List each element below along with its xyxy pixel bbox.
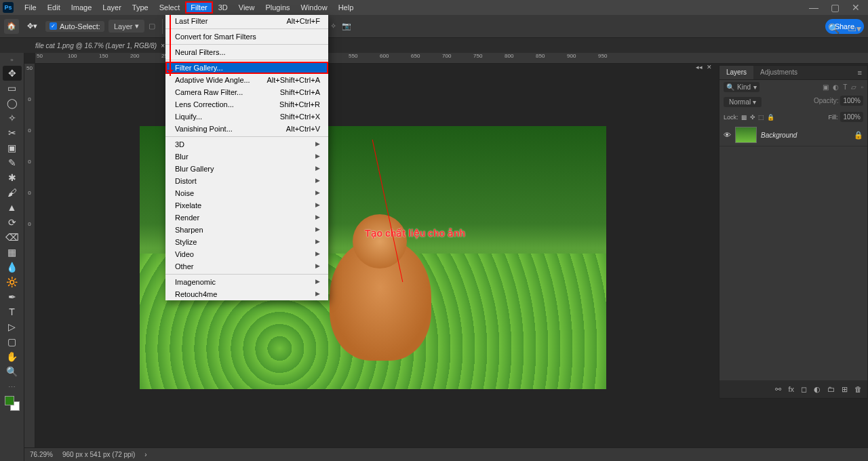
- menu-item-camera-raw-filter[interactable]: Camera Raw Filter...Shift+Ctrl+A: [165, 86, 328, 98]
- tool-rectangle[interactable]: ▢: [3, 334, 22, 349]
- menu-item-other[interactable]: Other▶: [165, 260, 328, 273]
- lock-all-icon[interactable]: 🔒: [767, 114, 774, 121]
- edit-toolbar-icon[interactable]: ⋯: [8, 383, 16, 392]
- tool-lasso[interactable]: ◯: [3, 96, 22, 111]
- panel-menu-icon[interactable]: ≡: [852, 66, 867, 79]
- lock-artboard-icon[interactable]: ⬚: [758, 114, 764, 121]
- 3d-scale-icon[interactable]: ✧: [330, 22, 336, 31]
- menu-help[interactable]: Help: [333, 1, 359, 14]
- filter-kind-dropdown[interactable]: Kind: [737, 83, 751, 91]
- menu-item-neural-filters[interactable]: Neural Filters...: [165, 46, 328, 58]
- lock-position-icon[interactable]: ✜: [750, 114, 755, 121]
- menu-item-sharpen[interactable]: Sharpen▶: [165, 224, 328, 236]
- menu-image[interactable]: Image: [66, 1, 98, 14]
- filter-type-icon[interactable]: T: [843, 83, 847, 91]
- menu-item-render[interactable]: Render▶: [165, 212, 328, 224]
- tool-hand[interactable]: ✋: [3, 349, 22, 364]
- autoselect-target-dropdown[interactable]: Layer▾: [108, 20, 145, 33]
- tool-history-brush[interactable]: ⟳: [3, 215, 22, 230]
- chevron-right-icon[interactable]: ›: [144, 451, 146, 458]
- tool-brush[interactable]: 🖌: [3, 185, 22, 200]
- delete-icon[interactable]: 🗑: [854, 385, 862, 393]
- menu-item-blur[interactable]: Blur▶: [165, 151, 328, 163]
- color-swatches[interactable]: [5, 396, 20, 411]
- home-icon[interactable]: 🏠: [4, 19, 19, 34]
- new-layer-icon[interactable]: ⊞: [842, 385, 848, 394]
- menu-select[interactable]: Select: [154, 1, 186, 14]
- layer-row[interactable]: 👁 Background 🔒: [719, 124, 867, 146]
- foreground-color-swatch[interactable]: [5, 396, 14, 405]
- 3d-camera-icon[interactable]: 📷: [342, 22, 351, 31]
- tool-eraser[interactable]: ⌫: [3, 230, 22, 245]
- opacity-value[interactable]: 100%: [840, 96, 863, 106]
- menu-item-stylize[interactable]: Stylize▶: [165, 236, 328, 248]
- tool-frame[interactable]: ▣: [3, 140, 22, 155]
- menu-edit[interactable]: Edit: [42, 1, 66, 14]
- menu-item-lens-correction[interactable]: Lens Correction...Shift+Ctrl+R: [165, 98, 328, 111]
- filter-pixel-icon[interactable]: ▣: [823, 83, 829, 91]
- adjustment-icon[interactable]: ◐: [814, 385, 821, 394]
- menu-view[interactable]: View: [233, 1, 260, 14]
- autoselect-checkbox[interactable]: ✓ Auto-Select:: [45, 21, 104, 32]
- tool-pen[interactable]: ✒: [3, 289, 22, 304]
- toolbar-expand-icon[interactable]: »: [10, 57, 13, 63]
- blend-mode-dropdown[interactable]: Normal ▾: [724, 97, 762, 107]
- tool-healing[interactable]: ✱: [3, 170, 22, 185]
- tool-crop[interactable]: ✂: [3, 125, 22, 140]
- zoom-level[interactable]: 76.29%: [30, 451, 53, 458]
- panel-close-icon[interactable]: ✕: [707, 64, 712, 71]
- window-maximize-icon[interactable]: ▢: [831, 2, 840, 13]
- layer-name[interactable]: Background: [761, 132, 850, 139]
- menu-item-filter-gallery[interactable]: Filter Gallery...: [165, 62, 328, 74]
- tool-blur[interactable]: 💧: [3, 260, 22, 275]
- menu-item-video[interactable]: Video▶: [165, 248, 328, 260]
- menu-window[interactable]: Window: [296, 1, 333, 14]
- tool-dodge[interactable]: 🔆: [3, 275, 22, 289]
- menu-item-convert-for-smart-filters[interactable]: Convert for Smart Filters: [165, 31, 328, 43]
- menu-item-imagenomic[interactable]: Imagenomic▶: [165, 276, 328, 288]
- panel-tab-adjustments[interactable]: Adjustments: [753, 66, 804, 79]
- panel-tab-layers[interactable]: Layers: [719, 66, 753, 79]
- search-icon[interactable]: 🔍: [828, 23, 840, 34]
- tool-artboard[interactable]: ▭: [3, 81, 22, 96]
- menu-item-distort[interactable]: Distort▶: [165, 175, 328, 187]
- tool-gradient[interactable]: ▦: [3, 245, 22, 260]
- window-close-icon[interactable]: ✕: [852, 2, 860, 13]
- filter-shape-icon[interactable]: ▱: [851, 83, 856, 91]
- menu-item-blur-gallery[interactable]: Blur Gallery▶: [165, 163, 328, 175]
- menu-3d[interactable]: 3D: [213, 1, 233, 14]
- tool-type[interactable]: T: [3, 304, 22, 319]
- menu-type[interactable]: Type: [127, 1, 154, 14]
- layer-thumbnail[interactable]: [735, 127, 757, 143]
- mask-icon[interactable]: ◻: [801, 385, 807, 394]
- visibility-icon[interactable]: 👁: [724, 131, 731, 139]
- menu-item-adaptive-wide-angle[interactable]: Adaptive Wide Angle...Alt+Shift+Ctrl+A: [165, 74, 328, 86]
- filter-smart-icon[interactable]: ▫: [861, 83, 863, 91]
- menu-filter[interactable]: Filter: [185, 1, 212, 14]
- menu-item-retouch4me[interactable]: Retouch4me▶: [165, 288, 328, 300]
- tool-clone[interactable]: ▲: [3, 200, 22, 215]
- tool-zoom[interactable]: 🔍: [3, 364, 22, 379]
- menu-plugins[interactable]: Plugins: [260, 1, 295, 14]
- tool-quick-select[interactable]: ✧: [3, 111, 22, 125]
- menu-item-last-filter[interactable]: Last FilterAlt+Ctrl+F: [165, 15, 328, 27]
- window-minimize-icon[interactable]: —: [809, 2, 818, 13]
- menu-layer[interactable]: Layer: [97, 1, 127, 14]
- menu-item-liquify[interactable]: Liquify...Shift+Ctrl+X: [165, 111, 328, 123]
- close-icon[interactable]: ×: [161, 42, 165, 49]
- fill-value[interactable]: 100%: [840, 112, 863, 122]
- tool-path-select[interactable]: ▷: [3, 319, 22, 334]
- doc-tab-0[interactable]: file cat 1.png @ 16.7% (Layer 1, RGB/8)×: [28, 40, 172, 52]
- tool-eyedropper[interactable]: ✎: [3, 155, 22, 170]
- menu-item-pixelate[interactable]: Pixelate▶: [165, 199, 328, 212]
- link-layers-icon[interactable]: ⚯: [775, 385, 781, 394]
- group-icon[interactable]: 🗀: [827, 385, 835, 393]
- lock-pixels-icon[interactable]: ▩: [741, 114, 747, 121]
- filter-adjust-icon[interactable]: ◐: [833, 83, 839, 91]
- show-transform-checkbox[interactable]: ▢: [149, 22, 155, 31]
- tool-move[interactable]: ✥: [3, 66, 22, 81]
- workspace-icon[interactable]: ▭▾: [848, 23, 861, 34]
- menu-file[interactable]: File: [19, 1, 42, 14]
- panel-collapse-icon[interactable]: ◂◂: [696, 64, 703, 71]
- menu-item-3d[interactable]: 3D▶: [165, 138, 328, 151]
